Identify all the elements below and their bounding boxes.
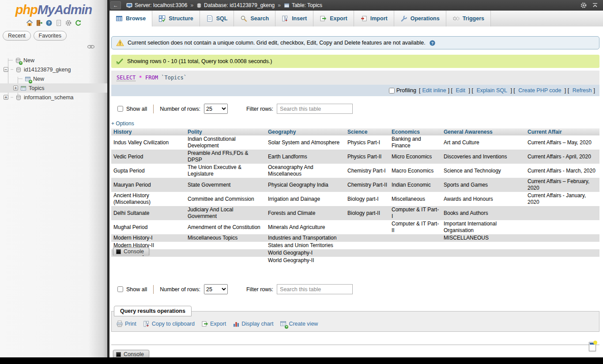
link-chain-icon[interactable]	[87, 45, 95, 49]
yellow-dot-icon	[593, 341, 597, 345]
create-view-link[interactable]: Create view	[280, 320, 318, 327]
database-icon	[15, 94, 22, 101]
logout-icon[interactable]	[35, 19, 43, 26]
table-filter-input[interactable]	[277, 284, 353, 294]
tab-label: Operations	[411, 15, 440, 22]
tree-connector	[11, 97, 13, 98]
cell-history: Modern History-I	[111, 234, 185, 242]
show-all-checkbox[interactable]	[117, 286, 123, 292]
favorites-button[interactable]: Favorites	[34, 31, 67, 41]
success-text: Showing rows 0 - 10 (11 total, Query too…	[127, 58, 272, 64]
expand-plus-icon[interactable]	[4, 95, 8, 100]
tab-label: Import	[370, 15, 388, 22]
refresh-link[interactable]: Refresh	[573, 87, 592, 94]
recent-button[interactable]: Recent	[3, 31, 31, 41]
collapse-minus-icon[interactable]	[4, 67, 8, 72]
tab-sql[interactable]: SQL	[200, 11, 234, 26]
show-all-label: Show all	[126, 106, 147, 112]
cell-current-affair	[525, 220, 599, 234]
cell-geography: States and Union Territories	[266, 242, 345, 249]
cell-geography: World Geography-II	[266, 257, 345, 264]
tab-operations[interactable]: Operations	[394, 11, 446, 26]
page-settings-gear-icon[interactable]	[580, 2, 587, 9]
documentation-icon[interactable]	[55, 19, 62, 26]
column-header-polity[interactable]: Polity	[185, 128, 266, 135]
tab-export[interactable]: Export	[313, 11, 354, 26]
breadcrumb-database[interactable]: Database: id14123879_gkeng	[204, 2, 275, 8]
show-all-checkbox[interactable]	[117, 106, 123, 112]
column-header-geography[interactable]: Geography	[266, 128, 345, 135]
expand-plus-icon[interactable]	[13, 86, 18, 90]
tree-item-table-topics[interactable]: Topics	[0, 83, 107, 93]
table-filter-input[interactable]	[277, 104, 353, 114]
back-icon[interactable]	[110, 1, 121, 9]
structure-icon	[158, 15, 166, 22]
collapse-top-icon[interactable]	[592, 2, 599, 9]
column-header-current-affair[interactable]: Current Affair	[525, 128, 599, 135]
cell-current-affair: Current Affairs - January, 2020	[525, 192, 599, 206]
cell-polity: Amendment of the Constitution	[185, 220, 266, 234]
tree-item-label: New	[33, 76, 44, 82]
cell-geography: Physical Geography India	[266, 178, 345, 192]
help-icon[interactable]: ?	[45, 19, 53, 26]
options-toggle-link[interactable]: + Options	[111, 120, 134, 127]
tab-insert[interactable]: Insert	[275, 11, 313, 26]
plus-badge-icon	[19, 61, 23, 65]
console-toggle-button[interactable]: Console	[113, 247, 149, 255]
tab-import[interactable]: Import	[354, 11, 394, 26]
display-chart-link[interactable]: Display chart	[233, 320, 273, 327]
cell-economics: Computer & IT Part-I	[389, 206, 441, 220]
svg-text:?: ?	[431, 41, 433, 45]
home-icon[interactable]	[26, 19, 33, 26]
tab-triggers[interactable]: Triggers	[446, 11, 491, 26]
profiling-checkbox[interactable]	[389, 88, 395, 94]
tree-item-new-database[interactable]: New	[0, 56, 107, 65]
cell-history: Delhi Sultanate	[111, 206, 185, 220]
tree-item-database-gkeng[interactable]: id14123879_gkeng	[0, 65, 107, 74]
cell-economics: Banking and Finance	[389, 135, 441, 150]
column-header-economics[interactable]: Economics	[389, 128, 441, 135]
column-header-science[interactable]: Science	[345, 128, 389, 135]
recent-favorites-row: Recent Favorites	[3, 31, 107, 41]
tree-connector	[11, 69, 13, 70]
breadcrumb-table[interactable]: Table: Topics	[292, 2, 322, 8]
query-results-operations: Query results operations Print Copy to c…	[111, 311, 599, 332]
edit-link[interactable]: Edit	[456, 87, 466, 94]
cell-geography: Minerals And Agriculture	[266, 220, 345, 234]
column-header-history[interactable]: History	[111, 128, 185, 135]
cell-general-awareness: Awards and Honours	[441, 192, 525, 206]
cell-economics	[389, 242, 441, 249]
cell-geography: Industries and Transportation	[266, 234, 345, 242]
cell-economics	[389, 257, 441, 264]
tree-item-new-table[interactable]: New	[0, 74, 107, 83]
warning-help-icon[interactable]: ?	[429, 40, 436, 46]
tab-browse[interactable]: Browse	[109, 11, 152, 26]
tab-structure[interactable]: Structure	[152, 11, 200, 26]
edit-inline-link[interactable]: Edit inline	[422, 87, 446, 94]
cell-general-awareness: Art and Culture	[441, 135, 525, 150]
explain-sql-link[interactable]: Explain SQL	[476, 87, 507, 94]
cell-polity: State Government	[185, 178, 266, 192]
export-link[interactable]: Export	[201, 320, 226, 327]
rows-per-page-select[interactable]: 25	[204, 284, 228, 294]
column-header-general-awareness[interactable]: General Awareness	[441, 128, 525, 135]
tab-label: Structure	[169, 15, 193, 22]
breadcrumb-server[interactable]: Server: localhost:3306	[135, 2, 187, 8]
create-php-code-link[interactable]: Create PHP code	[518, 87, 561, 94]
server-breadcrumb-bar: Server: localhost:3306 » Database: id141…	[109, 0, 603, 11]
copy-to-clipboard-label: Copy to clipboard	[152, 321, 195, 327]
copy-to-clipboard-link[interactable]: Copy to clipboard	[143, 320, 195, 327]
plus-badge-icon	[285, 325, 288, 329]
refresh-icon[interactable]	[74, 19, 82, 26]
warning-icon	[116, 39, 124, 46]
tab-search[interactable]: Search	[234, 11, 275, 26]
settings-gear-icon[interactable]	[64, 19, 72, 26]
page-scroll-widget[interactable]	[589, 342, 596, 351]
rows-per-page-select[interactable]: 25	[204, 104, 228, 114]
phpmyadmin-logo[interactable]: phpMyAdmin	[0, 3, 107, 17]
console-icon	[116, 352, 121, 357]
tree-item-information-schema[interactable]: information_schema	[0, 93, 107, 102]
cell-science: Biology part-I	[345, 192, 389, 206]
print-link[interactable]: Print	[116, 320, 136, 327]
table-row: Indus Valley Civilization Indian Constit…	[111, 135, 599, 150]
